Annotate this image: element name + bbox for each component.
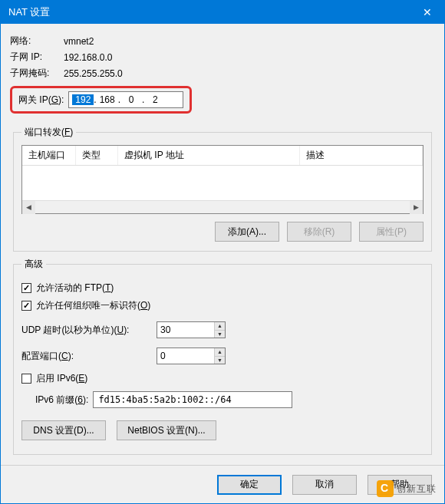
- watermark-icon: [377, 480, 394, 497]
- table-body[interactable]: [22, 166, 423, 200]
- ok-button[interactable]: 确定: [217, 475, 282, 495]
- gateway-highlight: 网关 IP(G): 192 . 168 . 0 . 2: [10, 86, 192, 114]
- allow-any-oui-checkbox[interactable]: [21, 301, 31, 311]
- nat-settings-dialog: NAT 设置 ✕ 网络: vmnet2 子网 IP: 192.168.0.0 子…: [0, 0, 445, 504]
- udp-timeout-field[interactable]: [157, 322, 214, 338]
- advanced-legend: 高级: [21, 258, 46, 271]
- watermark-text: 创新互联: [397, 483, 437, 496]
- gateway-ip-seg1[interactable]: 192: [72, 94, 94, 105]
- config-port-input[interactable]: ▲ ▼: [157, 348, 226, 364]
- cfgport-spin-down-icon[interactable]: ▼: [215, 357, 225, 364]
- cancel-button[interactable]: 取消: [292, 475, 357, 495]
- col-type[interactable]: 类型: [76, 146, 118, 165]
- udp-timeout-input[interactable]: ▲ ▼: [157, 321, 226, 338]
- allow-any-oui-label: 允许任何组织唯一标识符(O): [36, 299, 150, 312]
- properties-button: 属性(P): [359, 222, 424, 242]
- enable-ipv6-label: 启用 IPv6(E): [36, 372, 87, 385]
- udp-spin-down-icon[interactable]: ▼: [215, 331, 225, 338]
- table-header: 主机端口 类型 虚拟机 IP 地址 描述: [22, 146, 423, 166]
- scroll-right-icon[interactable]: ▶: [410, 201, 423, 214]
- content-area: 网络: vmnet2 子网 IP: 192.168.0.0 子网掩码: 255.…: [1, 24, 444, 469]
- udp-spin-up-icon[interactable]: ▲: [215, 322, 225, 331]
- subnet-ip-label: 子网 IP:: [10, 51, 64, 64]
- gateway-ip-seg4[interactable]: 2: [144, 94, 166, 105]
- dialog-footer: 确定 取消 帮助 创新互联: [1, 465, 444, 503]
- udp-timeout-label: UDP 超时(以秒为单位)(U):: [21, 324, 152, 337]
- gateway-ip-seg2[interactable]: 168: [97, 94, 118, 105]
- col-vm-ip[interactable]: 虚拟机 IP 地址: [118, 146, 300, 165]
- dns-settings-button[interactable]: DNS 设置(D)...: [21, 420, 106, 440]
- add-button[interactable]: 添加(A)...: [215, 222, 279, 242]
- window-title: NAT 设置: [8, 5, 50, 19]
- config-port-label: 配置端口(C):: [21, 350, 152, 363]
- horizontal-scrollbar[interactable]: ◀ ▶: [22, 200, 423, 213]
- port-forwarding-table[interactable]: 主机端口 类型 虚拟机 IP 地址 描述 ◀ ▶: [21, 145, 424, 214]
- network-label: 网络:: [10, 35, 64, 48]
- ipv6-prefix-input[interactable]: [93, 391, 292, 408]
- col-description[interactable]: 描述: [300, 146, 423, 165]
- subnet-mask-label: 子网掩码:: [10, 67, 64, 80]
- allow-active-ftp-checkbox[interactable]: [21, 283, 31, 293]
- advanced-group: 高级 允许活动的 FTP(T) 允许任何组织唯一标识符(O) UDP 超时(以秒…: [13, 258, 432, 455]
- port-forwarding-group: 端口转发(F) 主机端口 类型 虚拟机 IP 地址 描述 ◀ ▶ 添加(A)..…: [13, 126, 432, 252]
- ipv6-prefix-label: IPv6 前缀(6):: [35, 394, 88, 407]
- subnet-ip-value: 192.168.0.0: [64, 52, 112, 63]
- remove-button: 移除(R): [287, 222, 351, 242]
- subnet-mask-value: 255.255.255.0: [64, 68, 123, 79]
- titlebar[interactable]: NAT 设置 ✕: [1, 1, 444, 24]
- enable-ipv6-checkbox[interactable]: [21, 374, 31, 384]
- network-value: vmnet2: [64, 36, 94, 47]
- gateway-label: 网关 IP(G):: [18, 94, 64, 107]
- col-host-port[interactable]: 主机端口: [22, 146, 76, 165]
- port-forwarding-legend: 端口转发(F): [21, 126, 76, 139]
- watermark: 创新互联: [377, 480, 437, 497]
- allow-active-ftp-label: 允许活动的 FTP(T): [36, 282, 114, 295]
- scroll-left-icon[interactable]: ◀: [22, 201, 35, 214]
- gateway-ip-seg3[interactable]: 0: [120, 94, 142, 105]
- config-port-field[interactable]: [157, 348, 214, 364]
- cfgport-spin-up-icon[interactable]: ▲: [215, 348, 225, 357]
- gateway-ip-input[interactable]: 192 . 168 . 0 . 2: [68, 91, 183, 108]
- close-icon[interactable]: ✕: [410, 1, 444, 24]
- netbios-settings-button[interactable]: NetBIOS 设置(N)...: [117, 420, 216, 440]
